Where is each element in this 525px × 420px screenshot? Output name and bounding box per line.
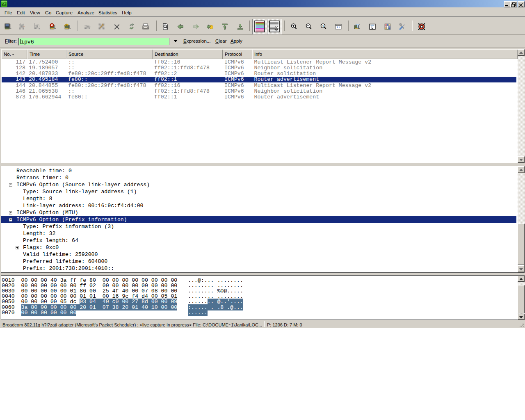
svg-text:1: 1 [322, 24, 324, 28]
